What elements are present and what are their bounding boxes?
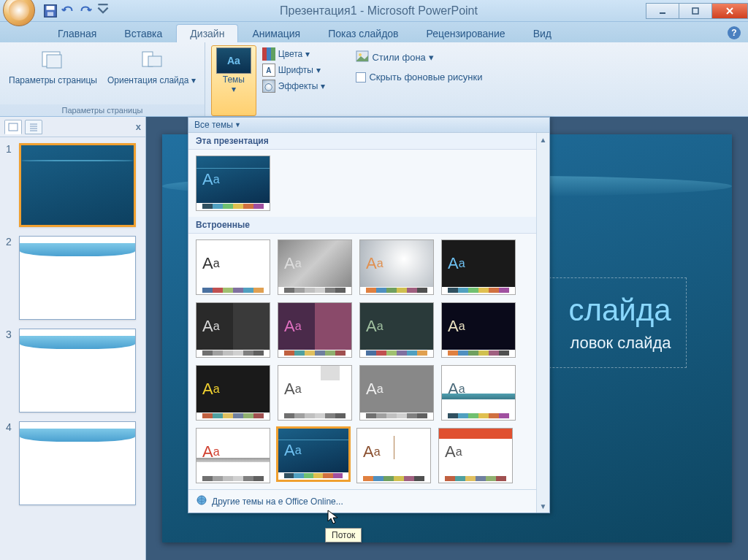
- background-styles-button[interactable]: Стили фона ▾: [354, 50, 484, 65]
- save-icon[interactable]: [42, 3, 58, 19]
- ribbon-group-background: Стили фона ▾ Скрыть фоновые рисунки: [332, 42, 489, 116]
- svg-rect-5: [692, 8, 698, 14]
- panel-tabs: x: [0, 117, 145, 137]
- theme-option[interactable]: Aa: [278, 302, 352, 358]
- theme-fonts-button[interactable]: A Шрифты ▾: [261, 63, 327, 77]
- hide-background-checkbox[interactable]: Скрыть фоновые рисунки: [354, 71, 484, 83]
- slides-tab-icon[interactable]: [4, 120, 22, 134]
- more-themes-label: Другие темы на e Office Online...: [212, 496, 343, 507]
- checkbox-icon: [356, 72, 366, 83]
- theme-option[interactable]: Aa: [438, 428, 513, 483]
- theme-option[interactable]: Aa: [278, 239, 352, 295]
- undo-icon[interactable]: [60, 3, 76, 19]
- dropdown-arrow-icon: ▾: [321, 81, 325, 91]
- fonts-label: Шрифты: [278, 65, 313, 75]
- thumb-preview: [19, 329, 136, 413]
- tab-slideshow[interactable]: Показ слайдов: [314, 24, 412, 42]
- maximize-button[interactable]: [679, 3, 712, 19]
- page-setup-button[interactable]: Параметры страницы: [6, 45, 100, 104]
- theme-tooltip: Поток: [325, 528, 362, 542]
- scroll-down-icon[interactable]: ▼: [537, 499, 549, 513]
- ribbon-group-page-setup: Параметры страницы Ориентация слайда ▾ П…: [0, 42, 205, 116]
- scroll-up-icon[interactable]: ▲: [537, 133, 549, 146]
- theme-option[interactable]: Aa: [359, 365, 434, 421]
- dropdown-arrow-icon: ▼: [234, 121, 241, 129]
- svg-rect-1: [47, 6, 55, 10]
- close-button[interactable]: [711, 3, 748, 19]
- themes-gallery-button[interactable]: Aa Темы▾: [211, 45, 256, 116]
- window-title: Презентация1 - Microsoft PowerPoint: [111, 4, 646, 18]
- slide-thumbnails-panel: x 1 2 3 4: [0, 117, 146, 560]
- tab-insert[interactable]: Вставка: [110, 24, 176, 42]
- gallery-filter-dropdown[interactable]: Все темы ▼: [188, 118, 549, 133]
- ribbon-group-themes: Aa Темы▾ Цвета ▾ A Шрифты ▾ ◯ Эффекты ▾: [205, 42, 333, 116]
- theme-colors-button[interactable]: Цвета ▾: [261, 47, 327, 61]
- slide-orientation-button[interactable]: Ориентация слайда ▾: [104, 45, 199, 104]
- orientation-label: Ориентация слайда: [107, 75, 189, 85]
- svg-rect-9: [148, 56, 161, 66]
- slide-thumbnail-3[interactable]: 3: [6, 329, 140, 413]
- orientation-icon: [137, 47, 166, 74]
- window-controls: [646, 3, 748, 19]
- outline-tab-icon[interactable]: [25, 120, 42, 134]
- background-styles-icon: [356, 50, 369, 64]
- gallery-section-this-presentation: Эта презентация: [188, 133, 536, 150]
- title-bar: Презентация1 - Microsoft PowerPoint: [0, 0, 748, 22]
- page-setup-label: Параметры страницы: [9, 76, 97, 85]
- help-icon[interactable]: ?: [728, 26, 741, 39]
- svg-rect-7: [47, 55, 61, 68]
- themes-label: Темы: [223, 74, 245, 85]
- theme-option[interactable]: Aa: [356, 428, 431, 483]
- ribbon: Параметры страницы Ориентация слайда ▾ П…: [0, 42, 748, 117]
- more-themes-online[interactable]: Другие темы на e Office Online...: [188, 489, 536, 513]
- thumb-preview: [19, 236, 136, 320]
- theme-option[interactable]: Aa: [196, 365, 270, 421]
- ribbon-tabs: Главная Вставка Дизайн Анимация Показ сл…: [0, 22, 748, 42]
- theme-effects-button[interactable]: ◯ Эффекты ▾: [261, 79, 327, 93]
- theme-option-hovered[interactable]: Aa: [276, 426, 351, 482]
- svg-point-11: [359, 53, 362, 56]
- thumb-number: 1: [6, 143, 15, 155]
- effects-label: Эффекты: [278, 81, 318, 91]
- theme-option[interactable]: Aa: [441, 302, 516, 358]
- theme-option[interactable]: Aa: [196, 302, 270, 358]
- minimize-button[interactable]: [646, 3, 679, 19]
- dropdown-arrow-icon: ▾: [232, 84, 236, 94]
- quick-access-toolbar: [42, 3, 111, 19]
- thumb-number: 2: [6, 236, 15, 248]
- theme-option[interactable]: Aa: [196, 239, 270, 295]
- redo-icon[interactable]: [77, 3, 94, 19]
- colors-icon: [262, 47, 275, 61]
- mouse-cursor-icon: [327, 510, 340, 526]
- slide-thumbnail-4[interactable]: 4: [6, 421, 140, 505]
- tab-view[interactable]: Вид: [519, 24, 565, 42]
- theme-option[interactable]: Aa: [441, 365, 516, 421]
- tab-design[interactable]: Дизайн: [176, 24, 238, 42]
- theme-option[interactable]: Aa: [441, 239, 516, 295]
- globe-icon: [196, 494, 207, 508]
- panel-close-icon[interactable]: x: [136, 121, 141, 132]
- bg-styles-label: Стили фона: [372, 52, 425, 63]
- svg-rect-12: [9, 123, 18, 131]
- thumb-preview: [19, 421, 136, 505]
- page-setup-group-label: Параметры страницы: [0, 104, 205, 116]
- themes-gallery-dropdown: Все темы ▼ Эта презентация Aa Встроенные…: [188, 117, 550, 513]
- page-setup-icon: [38, 47, 67, 74]
- tab-home[interactable]: Главная: [44, 24, 110, 42]
- tab-animation[interactable]: Анимация: [238, 24, 314, 42]
- gallery-scrollbar[interactable]: ▲ ▼: [536, 133, 549, 513]
- slide-thumbnail-1[interactable]: 1: [6, 143, 140, 227]
- qat-dropdown-icon[interactable]: [95, 3, 111, 19]
- fonts-icon: A: [262, 64, 275, 77]
- dropdown-arrow-icon: ▾: [316, 65, 321, 75]
- effects-icon: ◯: [262, 80, 275, 93]
- theme-option[interactable]: Aa: [196, 428, 270, 483]
- theme-option[interactable]: Aa: [196, 156, 270, 211]
- slide-thumbnail-2[interactable]: 2: [6, 236, 140, 320]
- thumb-number: 4: [6, 421, 15, 433]
- theme-option[interactable]: Aa: [278, 365, 352, 421]
- thumb-preview: [19, 143, 136, 227]
- theme-option[interactable]: Aa: [359, 302, 434, 358]
- tab-review[interactable]: Рецензирование: [413, 24, 519, 42]
- theme-option[interactable]: Aa: [359, 239, 434, 295]
